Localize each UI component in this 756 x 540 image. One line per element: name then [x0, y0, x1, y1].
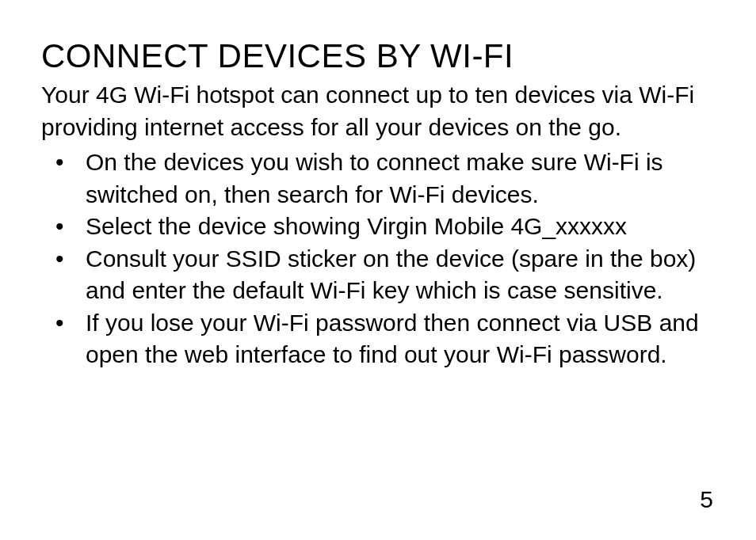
list-item: Consult your SSID sticker on the device …: [41, 243, 715, 307]
page-number: 5: [700, 486, 713, 513]
list-item: On the devices you wish to connect make …: [41, 146, 715, 211]
instruction-list: On the devices you wish to connect make …: [41, 146, 715, 371]
list-item: Select the device showing Virgin Mobile …: [41, 211, 715, 243]
intro-paragraph: Your 4G Wi-Fi hotspot can connect up to …: [41, 79, 715, 143]
list-item: If you lose your Wi-Fi password then con…: [41, 307, 715, 371]
page-heading: CONNECT DEVICES BY WI-FI: [41, 38, 715, 74]
